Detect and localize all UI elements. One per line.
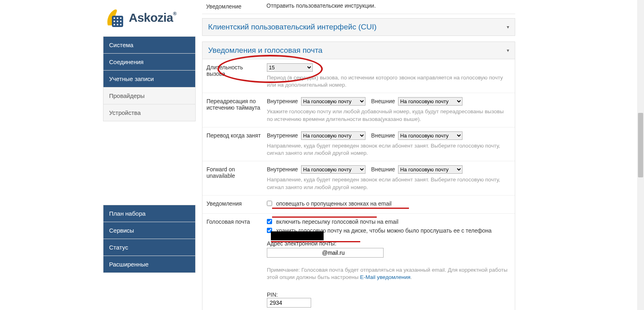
pin-field-label: PIN: — [267, 291, 510, 298]
forward-timeout-internal-select[interactable]: На голосовую почту — [301, 97, 365, 106]
sidebar-item-providers[interactable]: Провайдеры — [103, 87, 195, 104]
ring-length-help: Период (в секундах) вызова, по истечении… — [267, 74, 510, 89]
sidebar-item-devices[interactable]: Устройства — [103, 104, 195, 121]
svg-point-1 — [114, 17, 115, 19]
voicemail-note: Примечание: Голосовая почта будет отправ… — [267, 266, 510, 281]
main-content: Уведомление Отправить пользовательские и… — [202, 0, 515, 310]
forward-unavailable-help: Направление, куда будет переведен звонок… — [267, 176, 510, 191]
forward-busy-help: Направление, куда будет переведен звонок… — [267, 142, 510, 157]
svg-point-4 — [114, 21, 115, 22]
ring-length-label: Длительность вызова — [206, 63, 267, 89]
external-label: Внешние — [371, 98, 395, 104]
svg-point-8 — [117, 24, 118, 25]
vm-store-checkbox-label: хранить голосовую почту на диске, чтобы … — [276, 227, 491, 234]
vm-email-checkbox[interactable] — [267, 219, 272, 224]
panel-title-cui: Клиентский пользовательский интерфейс (C… — [208, 23, 377, 31]
forward-unavailable-internal-select[interactable]: На голосовую почту — [301, 165, 365, 174]
scrollbar[interactable] — [637, 0, 644, 310]
forward-busy-internal-select[interactable]: На голосовую почту — [301, 131, 365, 140]
vm-store-checkbox[interactable] — [267, 228, 272, 233]
notification-value[interactable]: Отправить пользовательские инструкции. — [266, 2, 511, 10]
voicemail-label: Голосовая почта — [206, 218, 267, 308]
row-ring-length: Длительность вызова 15 Период (в секунда… — [202, 59, 515, 93]
scrollbar-thumb[interactable] — [638, 113, 643, 177]
row-forward-unavailable: Forward on unavailable Внутренние На гол… — [202, 161, 515, 195]
sidebar-item-accounts[interactable]: Учетные записи — [103, 71, 195, 87]
missed-email-checkbox[interactable] — [267, 201, 272, 206]
notifications-label: Уведомления — [206, 200, 267, 209]
email-notifications-link[interactable]: E-Mail уведомления — [360, 274, 410, 280]
sidebar-item-advanced[interactable]: Расширенные — [103, 256, 195, 273]
logo-text: Askozia® — [129, 11, 176, 25]
svg-point-7 — [114, 24, 115, 25]
row-forward-timeout: Переадресация по истечению таймаута Внут… — [202, 93, 515, 127]
logo: Askozia® — [103, 2, 196, 33]
notification-label: Уведомление — [206, 2, 266, 10]
sidebar-group-1: Система Соединения Учетные записи Провай… — [103, 36, 196, 121]
row-forward-busy: Перевод когда занят Внутренние На голосо… — [202, 127, 515, 161]
pin-field[interactable] — [267, 298, 311, 308]
notification-row: Уведомление Отправить пользовательские и… — [202, 0, 515, 14]
sidebar-item-system[interactable]: Система — [103, 37, 195, 54]
internal-label: Внутренние — [267, 166, 298, 173]
chevron-down-icon: ▾ — [507, 24, 509, 30]
row-voicemail: Голосовая почта включить пересылку голос… — [202, 213, 515, 310]
ring-length-select[interactable]: 15 — [267, 63, 313, 72]
panel-title-voicemail: Уведомления и голосовая почта — [208, 46, 322, 55]
panel-header-voicemail[interactable]: Уведомления и голосовая почта ▾ — [202, 42, 515, 59]
missed-email-checkbox-label: оповещать о пропущенных звонках на email — [276, 200, 392, 207]
forward-busy-external-select[interactable]: На голосовую почту — [398, 131, 462, 140]
svg-point-6 — [120, 21, 122, 22]
forward-timeout-external-select[interactable]: На голосовую почту — [398, 97, 462, 106]
external-label: Внешние — [371, 166, 395, 173]
panel-body-voicemail: Длительность вызова 15 Период (в секунда… — [202, 59, 515, 310]
forward-unavailable-label: Forward on unavailable — [206, 165, 267, 191]
vm-email-checkbox-label: включить пересылку голосовой почты на em… — [276, 218, 398, 225]
svg-point-5 — [117, 21, 118, 22]
svg-point-3 — [120, 17, 122, 19]
forward-unavailable-external-select[interactable]: На голосовую почту — [398, 165, 462, 174]
forward-timeout-label: Переадресация по истечению таймаута — [206, 97, 267, 123]
email-field-label: Адрес электронной почты: — [267, 240, 510, 247]
panel-header-cui[interactable]: Клиентский пользовательский интерфейс (C… — [202, 18, 515, 36]
chevron-down-icon: ▾ — [507, 48, 509, 53]
sidebar-item-status[interactable]: Статус — [103, 239, 195, 256]
svg-point-2 — [117, 17, 118, 19]
email-field[interactable] — [267, 248, 384, 258]
internal-label: Внутренние — [267, 98, 298, 104]
internal-label: Внутренние — [267, 132, 298, 139]
row-notifications: Уведомления оповещать о пропущенных звон… — [202, 195, 515, 213]
forward-timeout-help: Укажите голосовую почту или любой добаво… — [267, 108, 510, 123]
sidebar-item-connections[interactable]: Соединения — [103, 54, 195, 71]
logo-icon — [103, 6, 126, 29]
svg-point-9 — [120, 24, 122, 25]
external-label: Внешние — [371, 132, 395, 139]
sidebar-item-services[interactable]: Сервисы — [103, 222, 195, 239]
sidebar-group-2: План набора Сервисы Статус Расширенные — [103, 205, 196, 273]
sidebar-item-dialplan[interactable]: План набора — [103, 205, 195, 222]
forward-busy-label: Перевод когда занят — [206, 131, 267, 157]
